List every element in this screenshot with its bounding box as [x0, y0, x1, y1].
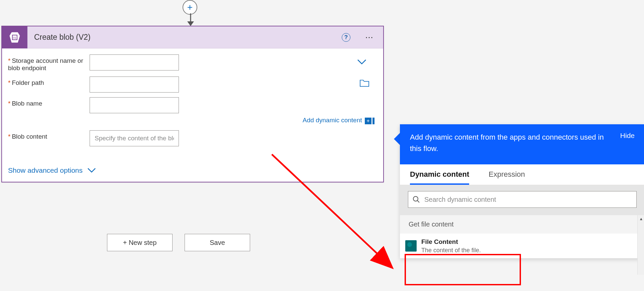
dynamic-content-panel: Add dynamic content from the apps and co… [400, 124, 644, 258]
field-folder-path: *Folder path [8, 77, 374, 93]
chevron-down-icon [87, 167, 96, 173]
blob-name-input[interactable] [90, 97, 179, 113]
folder-path-input[interactable] [90, 77, 179, 93]
action-card-header[interactable]: 01 Create blob (V2) ? ⋯ [2, 26, 383, 48]
dynamic-content-header: Add dynamic content from the apps and co… [400, 124, 644, 164]
dynamic-content-item-subtitle: The content of the file. [421, 246, 481, 254]
bottom-button-row: + New step Save [107, 234, 250, 251]
dynamic-content-body: Get file content File Content The conten… [400, 215, 644, 258]
dynamic-content-item-text: File Content The content of the file. [421, 238, 481, 254]
dynamic-content-header-text: Add dynamic content from the apps and co… [410, 132, 604, 154]
tab-expression[interactable]: Expression [489, 165, 525, 185]
dynamic-content-hide-link[interactable]: Hide [620, 132, 635, 140]
dynamic-content-scrollbar[interactable]: ▲ [637, 215, 644, 275]
field-label: *Storage account name or blob endpoint [8, 54, 90, 72]
flow-connector-arrow [186, 13, 195, 27]
dynamic-content-section-title: Get file content [400, 215, 644, 234]
svg-text:01: 01 [13, 36, 16, 39]
new-step-button[interactable]: + New step [107, 234, 173, 251]
more-menu-icon[interactable]: ⋯ [362, 33, 376, 41]
blob-content-input[interactable] [90, 130, 179, 146]
dynamic-content-tabs: Dynamic content Expression [400, 164, 644, 185]
dynamic-content-search-input[interactable] [408, 191, 637, 208]
action-card-title: Create blob (V2) [34, 33, 342, 42]
add-step-button[interactable]: + [183, 0, 197, 15]
help-icon[interactable]: ? [342, 33, 350, 42]
tab-dynamic-content[interactable]: Dynamic content [410, 165, 469, 185]
dynamic-content-callout-pointer [394, 133, 400, 145]
svg-marker-1 [187, 21, 194, 26]
search-icon [413, 196, 420, 203]
dynamic-content-search-area [400, 185, 644, 215]
field-label: *Folder path [8, 77, 90, 87]
dynamic-content-item-file-content[interactable]: File Content The content of the file. [400, 234, 644, 258]
field-label: *Blob content [8, 130, 90, 140]
show-advanced-options-link[interactable]: Show advanced options [8, 166, 96, 174]
field-storage-account: *Storage account name or blob endpoint [8, 54, 374, 72]
chevron-down-icon[interactable] [357, 58, 366, 65]
svg-point-5 [413, 196, 418, 201]
add-dynamic-content-link[interactable]: Add dynamic content [303, 117, 362, 124]
blob-connector-icon: 01 [2, 26, 27, 48]
action-card-body: *Storage account name or blob endpoint *… [2, 48, 383, 182]
field-label: *Blob name [8, 97, 90, 107]
add-dynamic-content-plus-icon[interactable]: + [365, 118, 371, 124]
field-blob-name: *Blob name [8, 97, 374, 113]
dynamic-content-item-title: File Content [421, 238, 481, 246]
svg-line-6 [417, 200, 419, 202]
field-blob-content: *Blob content [8, 130, 374, 146]
add-dynamic-content-expand-icon[interactable] [372, 118, 374, 124]
save-button[interactable]: Save [185, 234, 250, 251]
annotation-highlight-box [405, 254, 521, 285]
action-card: 01 Create blob (V2) ? ⋯ *Storage account… [1, 26, 384, 182]
storage-account-input[interactable] [90, 54, 179, 70]
folder-picker-icon[interactable] [360, 80, 369, 89]
add-dynamic-content-row: Add dynamic content + [8, 117, 374, 124]
sharepoint-connector-icon [405, 240, 417, 252]
scroll-up-icon[interactable]: ▲ [638, 215, 644, 223]
